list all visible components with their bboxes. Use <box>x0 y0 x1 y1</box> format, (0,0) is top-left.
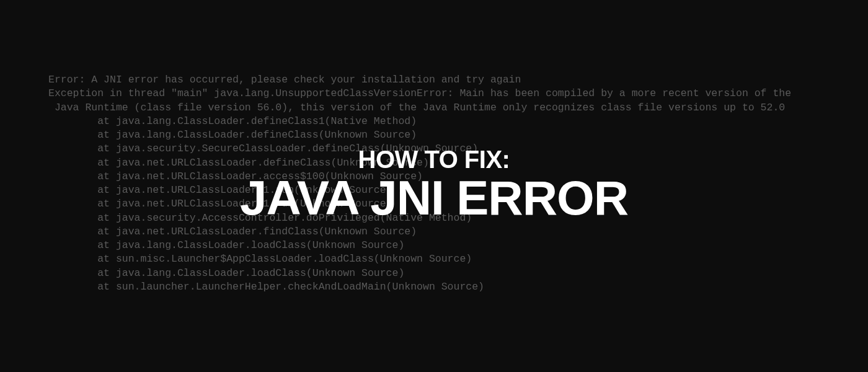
exception-line: Exception in thread "main" java.lang.Uns… <box>48 87 791 99</box>
stack-trace-line: at java.lang.ClassLoader.defineClass1(Na… <box>48 115 417 127</box>
stack-trace-line: at sun.launcher.LauncherHelper.checkAndL… <box>48 281 484 293</box>
title-main: JAVA JNI ERROR <box>240 170 628 226</box>
stack-trace-line: at java.lang.ClassLoader.loadClass(Unkno… <box>48 267 404 279</box>
stack-trace-line: at sun.misc.Launcher$AppClassLoader.load… <box>48 253 472 265</box>
stack-trace-line: at java.lang.ClassLoader.defineClass(Unk… <box>48 129 417 141</box>
exception-cont: Java Runtime (class file version 56.0), … <box>48 102 785 113</box>
stack-trace-line: at java.lang.ClassLoader.loadClass(Unkno… <box>48 239 404 251</box>
error-line: Error: A JNI error has occurred, please … <box>48 74 521 86</box>
title-overlay: HOW TO FIX: JAVA JNI ERROR <box>240 146 628 226</box>
stack-trace-line: at java.net.URLClassLoader.findClass(Unk… <box>48 226 417 237</box>
